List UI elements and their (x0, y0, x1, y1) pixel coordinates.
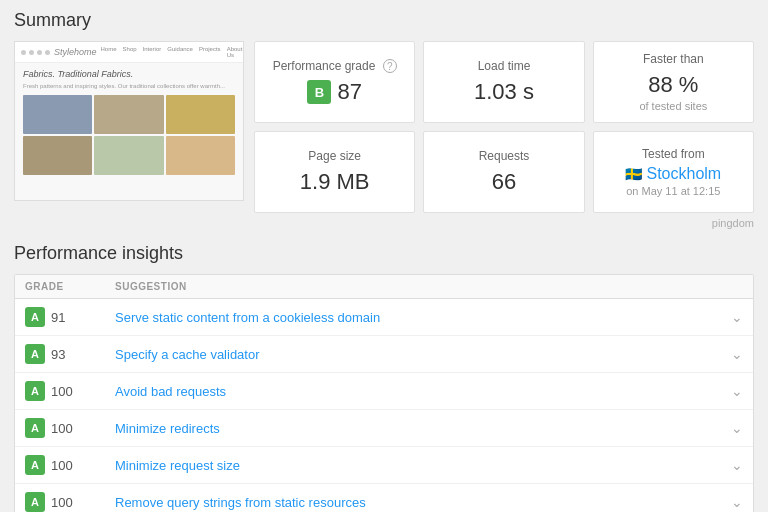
insight-row[interactable]: A 100 Minimize request size ⌄ (15, 447, 753, 484)
tested-city-name: Stockholm (646, 165, 721, 183)
metric-faster-than-label: Faster than (643, 52, 704, 66)
metric-requests-value: 66 (492, 169, 516, 195)
grade-score: 100 (51, 421, 73, 436)
chevron-down-icon[interactable]: ⌄ (731, 346, 743, 362)
preview-image-4 (23, 136, 92, 175)
insight-row[interactable]: A 91 Serve static content from a cookiel… (15, 299, 753, 336)
metric-performance-grade: Performance grade ? B 87 (254, 41, 415, 123)
chevron-down-icon[interactable]: ⌄ (731, 420, 743, 436)
grade-letter: A (25, 381, 45, 401)
metric-page-size-label: Page size (308, 149, 361, 163)
suggestion-text: Avoid bad requests (115, 384, 723, 399)
grade-score: 91 (51, 310, 65, 325)
metric-load-time-label: Load time (478, 59, 531, 73)
grade-score: 100 (51, 495, 73, 510)
insights-rows: A 91 Serve static content from a cookiel… (15, 299, 753, 512)
metric-page-size: Page size 1.9 MB (254, 131, 415, 213)
preview-image-6 (166, 136, 235, 175)
insight-row[interactable]: A 93 Specify a cache validator ⌄ (15, 336, 753, 373)
metric-requests-label: Requests (479, 149, 530, 163)
grade-score: 93 (51, 347, 65, 362)
grade-letter: A (25, 418, 45, 438)
grade-letter: A (25, 307, 45, 327)
preview-image-1 (23, 95, 92, 134)
preview-image-5 (94, 136, 163, 175)
suggestion-text: Specify a cache validator (115, 347, 723, 362)
suggestion-text: Serve static content from a cookieless d… (115, 310, 723, 325)
sweden-flag-icon: 🇸🇪 (625, 166, 642, 182)
insights-table-header: GRADE SUGGESTION (15, 275, 753, 299)
insights-section: Performance insights GRADE SUGGESTION A … (14, 243, 754, 512)
performance-grade-badge: B (307, 80, 331, 104)
metric-faster-than-sub: of tested sites (639, 100, 707, 112)
website-preview: Stylehome Home Shop Interior Guidance Pr… (14, 41, 244, 201)
preview-logo: Stylehome (54, 47, 97, 57)
preview-image-3 (166, 95, 235, 134)
tested-date: on May 11 at 12:15 (626, 185, 720, 197)
metric-faster-than: Faster than 88 % of tested sites (593, 41, 754, 123)
question-icon[interactable]: ? (383, 59, 397, 73)
grade-letter: A (25, 344, 45, 364)
performance-grade-value: 87 (337, 79, 361, 105)
grade-cell: A 100 (25, 492, 115, 512)
metric-requests: Requests 66 (423, 131, 584, 213)
header-grade-label: GRADE (25, 281, 115, 292)
preview-image-2 (94, 95, 163, 134)
grade-score: 100 (51, 458, 73, 473)
chevron-down-icon[interactable]: ⌄ (731, 457, 743, 473)
metric-load-time-value: 1.03 s (474, 79, 534, 105)
metric-faster-than-value: 88 % (648, 72, 698, 98)
summary-area: Stylehome Home Shop Interior Guidance Pr… (14, 41, 754, 213)
grade-cell: A 100 (25, 418, 115, 438)
insight-row[interactable]: A 100 Remove query strings from static r… (15, 484, 753, 512)
metrics-grid: Performance grade ? B 87 Load time 1.03 … (254, 41, 754, 213)
metric-performance-grade-label: Performance grade ? (273, 59, 397, 74)
page-container: Summary Stylehome Home Shop Interior (0, 0, 768, 512)
chevron-down-icon[interactable]: ⌄ (731, 309, 743, 325)
grade-cell: A 100 (25, 381, 115, 401)
metric-page-size-value: 1.9 MB (300, 169, 370, 195)
grade-cell: A 91 (25, 307, 115, 327)
header-suggestion-label: SUGGESTION (115, 281, 187, 292)
insight-row[interactable]: A 100 Avoid bad requests ⌄ (15, 373, 753, 410)
grade-cell: A 93 (25, 344, 115, 364)
suggestion-text: Minimize request size (115, 458, 723, 473)
grade-letter: A (25, 455, 45, 475)
chevron-down-icon[interactable]: ⌄ (731, 494, 743, 510)
metric-load-time: Load time 1.03 s (423, 41, 584, 123)
insight-row[interactable]: A 100 Minimize redirects ⌄ (15, 410, 753, 447)
tested-from-label: Tested from (642, 147, 705, 161)
chevron-down-icon[interactable]: ⌄ (731, 383, 743, 399)
grade-score: 100 (51, 384, 73, 399)
preview-heading: Fabrics. Traditional Fabrics. (23, 69, 235, 79)
suggestion-text: Remove query strings from static resourc… (115, 495, 723, 510)
grade-cell: A 100 (25, 455, 115, 475)
insights-title: Performance insights (14, 243, 754, 264)
insights-table: GRADE SUGGESTION A 91 Serve static conte… (14, 274, 754, 512)
pingdom-credit: pingdom (14, 217, 754, 229)
suggestion-text: Minimize redirects (115, 421, 723, 436)
tested-city: 🇸🇪 Stockholm (625, 165, 721, 183)
grade-letter: A (25, 492, 45, 512)
metric-tested-from: Tested from 🇸🇪 Stockholm on May 11 at 12… (593, 131, 754, 213)
summary-title: Summary (14, 10, 754, 31)
preview-sub: Fresh patterns and inspiring styles. Our… (23, 83, 235, 89)
